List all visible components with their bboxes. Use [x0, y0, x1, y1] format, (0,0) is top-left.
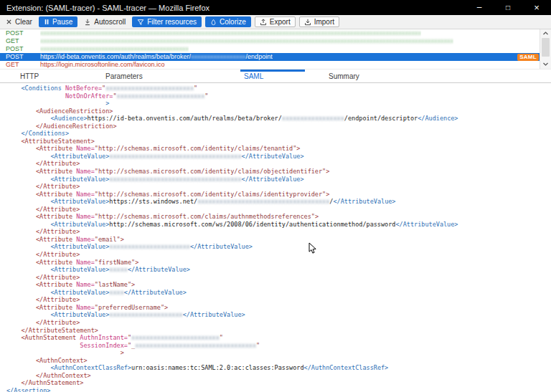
xml-line: </Attribute> — [6, 183, 551, 191]
window-title: Extension: (SAML-tracer) - SAML-tracer —… — [6, 4, 209, 12]
clear-button[interactable]: Clear — [3, 16, 35, 27]
xml-token: </Attribute> — [36, 183, 80, 190]
tab-bar: HTTPParametersSAMLSummary — [0, 70, 551, 83]
xml-token: </Attribute> — [36, 274, 80, 281]
request-row[interactable]: GETxxxxxxxxxxxxxxxxxxxxxxxxxxxxxxxxxxxxx… — [0, 37, 540, 45]
export-icon — [260, 19, 267, 26]
xml-token: > — [131, 281, 135, 288]
scroll-up-button[interactable] — [540, 29, 551, 37]
xml-token: <AttributeStatement> — [21, 138, 94, 145]
tab-summary[interactable]: Summary — [329, 72, 359, 80]
xml-token: </Attribute> — [36, 206, 80, 213]
request-method: GET — [0, 61, 40, 69]
scroll-thumb[interactable] — [542, 38, 550, 57]
request-row[interactable]: POSThttps://id-beta.onventis.com/auth/re… — [0, 53, 540, 61]
xml-token: </AttributeValue> — [242, 153, 304, 160]
redacted-text: xxxxxxxxxxxxxxxxxxxxxxxxxxxxxxxxxxxx — [109, 153, 241, 160]
request-rows: POSTxxxxxxxxxxxxxxxxxxxxxxxxxxxxxxxxxxxx… — [0, 29, 540, 69]
autoscroll-button[interactable]: Autoscroll — [81, 16, 128, 27]
xml-token: > — [326, 191, 329, 198]
request-row[interactable]: POSTxxxxxxxxxxxxxxxxxxxxxxxxxxxxxxxxxxxx… — [0, 45, 540, 53]
xml-token: <AuthnContext> — [36, 357, 88, 364]
colorize-button[interactable]: Colorize — [205, 16, 251, 27]
xml-token: "email" — [95, 236, 121, 243]
xml-line: <AttributeValue>xxxxxxxxxxxxxxxxxxxxxx</… — [6, 243, 551, 251]
xml-token: https://sts.windows.net/ — [109, 198, 197, 205]
filter-resources-button[interactable]: Filter resources — [132, 16, 202, 27]
request-row[interactable]: POSTxxxxxxxxxxxxxxxxxxxxxxxxxxxxxxxxxxxx… — [0, 29, 540, 37]
scroll-down-button[interactable] — [540, 60, 551, 68]
xml-token: " — [204, 92, 208, 100]
xml-token: "http://schemas.microsoft.com/identity/c… — [95, 168, 326, 175]
xml-line: <Audience>https://id-beta.onventis.com/a… — [6, 115, 551, 123]
redacted-text: xxxxxxxxxxxxxxxxxxxxxxxx — [117, 92, 205, 100]
xml-line: </Attribute> — [6, 274, 551, 282]
maximize-button[interactable]: □ — [494, 0, 522, 15]
xml-line: <Attribute Name="preferredUsername"> — [6, 304, 551, 312]
toolbar: ClearPauseAutoscrollFilter resourcesColo… — [0, 15, 551, 29]
xml-token: </AttributeStatement> — [21, 327, 98, 334]
xml-token: </AuthnContextClassRef> — [304, 364, 389, 371]
autoscroll-icon — [84, 19, 91, 26]
xml-token: <AttributeValue> — [50, 198, 109, 205]
xml-token: Name= — [76, 236, 95, 243]
xml-token: </Assertion> — [6, 387, 50, 392]
xml-token: http://schemas.microsoft.com/ws/2008/06/… — [109, 221, 395, 228]
tab-saml[interactable]: SAML — [244, 72, 263, 80]
xml-token: <AttributeValue> — [50, 289, 109, 296]
window-controls: – □ × — [465, 0, 551, 15]
request-row[interactable]: GEThttps://login.microsoftonline.com/fav… — [0, 61, 540, 69]
xml-line: NotOnOrAfter="xxxxxxxxxxxxxxxxxxxxxxxx" — [6, 92, 551, 100]
xml-line: <AuthnContextClassRef>urn:oasis:names:tc… — [6, 364, 551, 372]
xml-line: </Attribute> — [6, 206, 551, 214]
minimize-button[interactable]: – — [465, 0, 494, 15]
button-label: Export — [270, 17, 291, 27]
request-method: POST — [0, 53, 40, 61]
xml-token: > — [121, 236, 124, 243]
button-label: Colorize — [220, 17, 246, 27]
tab-http[interactable]: HTTP — [20, 72, 39, 80]
tab-parameters[interactable]: Parameters — [105, 72, 143, 80]
xml-line: </AuthnStatement> — [6, 379, 551, 387]
request-url: xxxxxxxxxxxxxxxxxxxxxxxxxxxxxxxxxxxxxxxx… — [40, 37, 453, 45]
request-method: POST — [0, 45, 40, 53]
scrollbar-track[interactable] — [540, 29, 551, 69]
xml-line: <Conditions NotBefore="xxxxxxxxxxxxxxxxx… — [6, 85, 551, 92]
xml-token: <AttributeValue> — [50, 311, 109, 318]
xml-token: <AttributeValue> — [50, 176, 109, 183]
xml-token: > — [121, 349, 124, 356]
request-url: https://id-beta.onventis.com/auth/realms… — [40, 53, 273, 61]
redacted-text: xxxxxxxxxxxxxxxxxxxxxxxx — [131, 334, 220, 341]
redacted-text: xxxxxxxxxxxxxxxxxxxxxxxxxxxxxxxxxxxxxxxx… — [40, 37, 453, 44]
xml-token: </AttributeValue> — [395, 221, 458, 228]
xml-token: <Conditions — [21, 85, 65, 92]
import-button[interactable]: Import — [299, 16, 339, 27]
clear-icon — [6, 19, 12, 25]
xml-token: <Attribute — [36, 259, 76, 266]
xml-token: <Attribute — [36, 145, 76, 152]
request-url: xxxxxxxxxxxxxxxxxxxxxxxxxxxxxxxxxxxxxxxx… — [40, 29, 421, 37]
redacted-text: xxxxxxxxxxxxxxxxx — [191, 53, 246, 60]
xml-token: </AudienceRestriction> — [36, 123, 117, 130]
pause-button[interactable]: Pause — [39, 16, 77, 27]
xml-token: urn:oasis:names:tc:SAML:2.0:ac:classes:P… — [131, 364, 304, 371]
xml-token: > — [164, 304, 168, 311]
button-label: Pause — [52, 17, 72, 27]
xml-token: " — [194, 85, 197, 92]
xml-token: "lastName" — [95, 281, 131, 288]
xml-token: <Attribute — [36, 304, 76, 311]
xml-token: AuthnInstant= — [80, 334, 128, 341]
xml-line: <Attribute Name="http://schemas.microsof… — [6, 145, 551, 153]
redacted-text: xxxxxxxxxxxxxxxxxxxxxxxxxxxxxxxxxxxxxxxx… — [40, 45, 189, 52]
xml-line: <AttributeValue>xxxx</AttributeValue> — [6, 289, 551, 297]
export-button[interactable]: Export — [255, 16, 296, 27]
xml-token: Name= — [76, 281, 95, 288]
xml-token: Name= — [76, 168, 95, 175]
xml-line: <AttributeValue>xxxxxxxxxxxxxxxxxxxx</At… — [6, 311, 551, 319]
xml-token: </Conditions> — [21, 130, 69, 137]
xml-line: </Attribute> — [6, 296, 551, 304]
xml-token: > — [135, 259, 138, 266]
chevron-up-icon — [542, 31, 549, 36]
droplet-icon — [210, 19, 217, 26]
close-button[interactable]: × — [522, 0, 551, 15]
